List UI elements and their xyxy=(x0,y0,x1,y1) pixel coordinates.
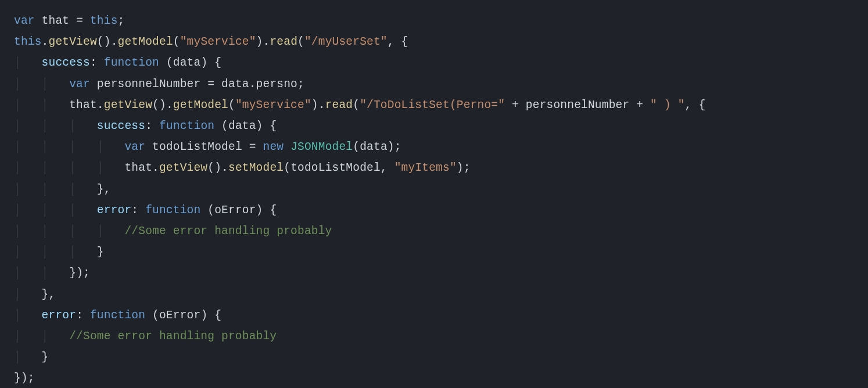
indent-guide: │ xyxy=(14,141,42,153)
identifier: data xyxy=(360,141,388,153)
indent-guide: │ xyxy=(14,309,42,322)
code-line: │ │ }); xyxy=(14,267,90,279)
string: "myService" xyxy=(235,99,311,112)
property: success xyxy=(97,120,145,132)
code-line: │ │ │ }, xyxy=(14,183,111,196)
code-line: this.getView().getModel("myService").rea… xyxy=(14,35,408,48)
method: getModel xyxy=(118,35,173,48)
indent-guide: │ xyxy=(69,161,97,174)
comment: //Some error handling probably xyxy=(69,330,277,343)
indent-guide: │ xyxy=(14,161,42,174)
indent-guide: │ xyxy=(14,120,42,132)
method: getView xyxy=(49,35,97,48)
indent-guide: │ xyxy=(69,141,97,153)
identifier: todoListModel xyxy=(290,161,381,174)
string: "/myUserSet" xyxy=(304,35,388,48)
code-line: │ error: function (oError) { xyxy=(14,309,221,322)
indent-guide: │ xyxy=(14,288,42,301)
identifier: todoListModel xyxy=(152,141,242,153)
indent-guide: │ xyxy=(14,56,42,69)
indent-guide: │ xyxy=(14,246,42,258)
indent-guide: │ xyxy=(42,78,70,91)
code-line: │ │ │ } xyxy=(14,246,104,258)
keyword-var: var xyxy=(69,78,90,91)
indent-guide: │ xyxy=(14,204,42,217)
keyword-function: function xyxy=(90,309,145,322)
indent-guide: │ xyxy=(42,99,70,112)
method: setModel xyxy=(228,161,284,174)
indent-guide: │ xyxy=(42,183,70,196)
indent-guide: │ xyxy=(69,246,97,258)
indent-guide: │ xyxy=(97,141,125,153)
keyword-function: function xyxy=(159,120,214,132)
code-line: │ │ │ error: function (oError) { xyxy=(14,204,277,217)
comment: //Some error handling probably xyxy=(124,225,332,238)
code-block[interactable]: var that = this; this.getView().getModel… xyxy=(0,0,868,388)
code-line: }); xyxy=(14,372,35,385)
code-line: │ │ //Some error handling probably xyxy=(14,330,277,343)
indent-guide: │ xyxy=(14,99,42,112)
code-line: │ │ │ success: function (data) { xyxy=(14,120,277,132)
property: error xyxy=(42,309,77,322)
identifier: data xyxy=(221,78,249,91)
property: success xyxy=(42,56,90,69)
code-line: │ │ │ │ //Some error handling probably xyxy=(14,225,332,238)
indent-guide: │ xyxy=(14,267,42,279)
indent-guide: │ xyxy=(14,330,42,343)
method: read xyxy=(325,99,353,112)
param: oError xyxy=(159,309,200,322)
indent-guide: │ xyxy=(42,225,70,238)
identifier: that xyxy=(124,161,152,174)
code-line: │ }, xyxy=(14,288,55,301)
code-line: │ success: function (data) { xyxy=(14,56,221,69)
indent-guide: │ xyxy=(42,204,70,217)
code-line: var that = this; xyxy=(14,15,124,27)
code-line: │ │ │ │ that.getView().setModel(todoList… xyxy=(14,161,471,174)
indent-guide: │ xyxy=(42,120,70,132)
indent-guide: │ xyxy=(97,225,125,238)
keyword-function: function xyxy=(145,204,200,217)
indent-guide: │ xyxy=(69,204,97,217)
keyword-var: var xyxy=(14,15,35,27)
indent-guide: │ xyxy=(42,141,70,153)
param: data xyxy=(173,56,201,69)
property: error xyxy=(97,204,132,217)
method: getView xyxy=(159,161,207,174)
indent-guide: │ xyxy=(42,267,70,279)
string: "myItems" xyxy=(394,161,457,174)
keyword-var: var xyxy=(124,141,145,153)
indent-guide: │ xyxy=(69,225,97,238)
keyword-this: this xyxy=(90,15,118,27)
indent-guide: │ xyxy=(14,78,42,91)
string: " ) " xyxy=(650,99,685,112)
param: oError xyxy=(214,204,256,217)
code-line: │ │ var personnelNumber = data.persno; xyxy=(14,78,304,91)
indent-guide: │ xyxy=(14,351,42,364)
identifier: personnelNumber xyxy=(526,99,630,112)
code-line: │ } xyxy=(14,351,49,364)
indent-guide: │ xyxy=(14,225,42,238)
code-line: │ │ that.getView().getModel("myService")… xyxy=(14,99,705,112)
indent-guide: │ xyxy=(14,183,42,196)
indent-guide: │ xyxy=(42,161,70,174)
identifier: that xyxy=(69,99,97,112)
method: getModel xyxy=(173,99,228,112)
method: getView xyxy=(104,99,152,112)
code-line: │ │ │ │ var todoListModel = new JSONMode… xyxy=(14,141,401,153)
indent-guide: │ xyxy=(69,120,97,132)
indent-guide: │ xyxy=(42,330,70,343)
indent-guide: │ xyxy=(97,161,125,174)
indent-guide: │ xyxy=(69,183,97,196)
string: "myService" xyxy=(180,35,256,48)
param: data xyxy=(228,120,256,132)
method: read xyxy=(270,35,297,48)
identifier: that xyxy=(42,15,70,27)
keyword-this: this xyxy=(14,35,42,48)
string: "/ToDoListSet(Perno=" xyxy=(360,99,505,112)
class-name: JSONModel xyxy=(290,141,353,153)
keyword-new: new xyxy=(263,141,284,153)
identifier: personnelNumber xyxy=(97,78,201,91)
indent-guide: │ xyxy=(42,246,70,258)
keyword-function: function xyxy=(104,56,159,69)
property-access: persno xyxy=(256,78,297,91)
